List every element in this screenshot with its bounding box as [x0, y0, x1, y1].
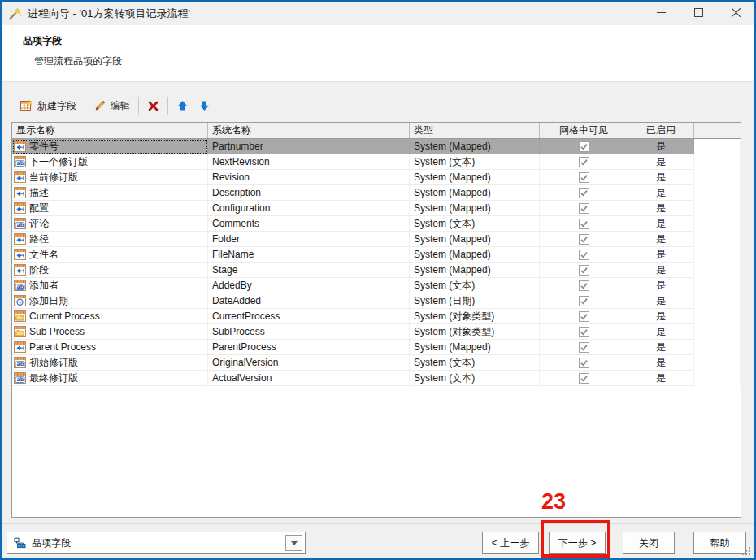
- column-header-display-name[interactable]: 显示名称: [12, 123, 208, 138]
- table-row[interactable]: Sub ProcessSubProcessSystem (对象类型)是: [12, 324, 741, 340]
- table-row[interactable]: 路径FolderSystem (Mapped)是: [12, 232, 741, 247]
- step-combobox[interactable]: 品项字段: [7, 532, 306, 554]
- table-row[interactable]: ab下一个修订版NextRevisionSystem (文本)是: [12, 154, 741, 170]
- column-header-blank: [694, 123, 741, 138]
- resize-grip[interactable]: [741, 546, 752, 557]
- table-row[interactable]: ab最终修订版ActualVersionSystem (文本)是: [12, 371, 741, 386]
- cell-display-name: ab最终修订版: [12, 371, 208, 386]
- cell-enabled: 是: [628, 185, 694, 201]
- chevron-down-icon: [291, 541, 298, 545]
- table-row[interactable]: 文件名FileNameSystem (Mapped)是: [12, 247, 741, 263]
- mapped-field-icon: [14, 141, 26, 152]
- table-row[interactable]: 阶段StageSystem (Mapped)是: [12, 263, 741, 278]
- window-title: 进程向导 - '01方案转项目记录流程': [28, 7, 190, 21]
- cell-visible: [540, 139, 628, 154]
- cell-type: System (Mapped): [410, 247, 540, 263]
- close-window-button[interactable]: [717, 2, 754, 25]
- delete-button[interactable]: [142, 98, 164, 115]
- close-icon: [732, 7, 741, 20]
- table-row[interactable]: 当前修订版RevisionSystem (Mapped)是: [12, 170, 741, 185]
- visible-checkbox[interactable]: [579, 157, 589, 167]
- table-row[interactable]: 零件号PartnumberSystem (Mapped)是: [12, 139, 741, 154]
- cell-visible: [540, 355, 628, 371]
- visible-checkbox[interactable]: [579, 234, 589, 245]
- text-field-icon: ab: [14, 280, 26, 291]
- cell-type: System (文本): [410, 278, 540, 293]
- column-header-system-name[interactable]: 系统名称: [208, 123, 410, 138]
- next-button[interactable]: 下一步 >: [549, 532, 606, 554]
- move-down-button[interactable]: [193, 97, 215, 115]
- visible-checkbox[interactable]: [579, 342, 589, 353]
- maximize-button[interactable]: [680, 2, 717, 25]
- cell-blank: [694, 170, 741, 185]
- visible-checkbox[interactable]: [579, 219, 589, 229]
- cell-visible: [540, 263, 628, 278]
- cell-system-name: Description: [208, 185, 410, 201]
- table-row[interactable]: 添加日期DateAddedSystem (日期)是: [12, 293, 741, 309]
- cell-visible: [540, 201, 628, 216]
- mapped-field-icon: [14, 233, 26, 245]
- cell-enabled: 是: [628, 247, 694, 263]
- visible-checkbox[interactable]: [579, 141, 589, 152]
- cell-enabled: 是: [628, 293, 694, 309]
- cell-enabled: 是: [628, 278, 694, 293]
- cell-display-name: 文件名: [12, 247, 208, 263]
- mapped-field-icon: [14, 249, 26, 260]
- previous-button[interactable]: < 上一步: [482, 532, 539, 554]
- new-field-icon: [20, 99, 33, 112]
- visible-checkbox[interactable]: [579, 296, 589, 306]
- visible-checkbox[interactable]: [579, 358, 589, 368]
- help-button[interactable]: 帮助: [693, 532, 746, 554]
- close-button[interactable]: 关闭: [623, 532, 675, 554]
- text-field-icon: ab: [14, 372, 26, 384]
- display-name-text: 当前修订版: [29, 170, 78, 184]
- visible-checkbox[interactable]: [579, 188, 589, 198]
- table-row[interactable]: Current ProcessCurrentProcessSystem (对象类…: [12, 309, 741, 324]
- cell-blank: [694, 247, 741, 263]
- visible-checkbox[interactable]: [579, 311, 589, 322]
- cell-blank: [694, 232, 741, 247]
- visible-checkbox[interactable]: [579, 172, 589, 183]
- table-row[interactable]: ab评论CommentsSystem (文本)是: [12, 216, 741, 232]
- minimize-icon: [657, 7, 666, 20]
- cell-visible: [540, 293, 628, 309]
- cell-type: System (Mapped): [410, 201, 540, 216]
- table-row[interactable]: ab初始修订版OriginalVersionSystem (文本)是: [12, 355, 741, 371]
- cell-display-name: 添加日期: [12, 293, 208, 309]
- move-up-button[interactable]: [172, 97, 193, 115]
- cell-blank: [694, 216, 741, 232]
- cell-system-name: SubProcess: [208, 324, 410, 340]
- cell-blank: [694, 139, 741, 154]
- minimize-button[interactable]: [642, 2, 680, 25]
- cell-system-name: AddedBy: [208, 278, 410, 293]
- combo-dropdown-button[interactable]: [285, 535, 302, 551]
- visible-checkbox[interactable]: [579, 327, 589, 337]
- visible-checkbox[interactable]: [579, 373, 589, 384]
- visible-checkbox[interactable]: [579, 265, 589, 276]
- visible-checkbox[interactable]: [579, 280, 589, 291]
- display-name-text: 添加者: [29, 278, 59, 293]
- column-header-enabled[interactable]: 已启用: [628, 123, 694, 138]
- cell-system-name: Comments: [208, 216, 410, 232]
- visible-checkbox[interactable]: [579, 250, 589, 260]
- table-row[interactable]: ab添加者AddedBySystem (文本)是: [12, 278, 741, 293]
- new-field-button[interactable]: 新建字段: [15, 97, 81, 115]
- cell-system-name: ParentProcess: [208, 340, 410, 355]
- visible-checkbox[interactable]: [579, 203, 589, 214]
- table-row[interactable]: Parent ProcessParentProcessSystem (Mappe…: [12, 340, 741, 355]
- cell-blank: [694, 185, 741, 201]
- table-row[interactable]: 描述DescriptionSystem (Mapped)是: [12, 185, 741, 201]
- cell-enabled: 是: [628, 355, 694, 371]
- column-header-visible[interactable]: 网格中可见: [540, 123, 628, 138]
- column-header-type[interactable]: 类型: [410, 123, 540, 138]
- cell-enabled: 是: [628, 170, 694, 185]
- cell-enabled: 是: [628, 139, 694, 154]
- cell-system-name: Revision: [208, 170, 410, 185]
- cell-visible: [540, 185, 628, 201]
- edit-button[interactable]: 编辑: [89, 97, 135, 115]
- table-row[interactable]: 配置ConfigurationSystem (Mapped)是: [12, 201, 741, 216]
- cell-display-name: ab评论: [12, 216, 208, 232]
- cell-display-name: Sub Process: [12, 324, 208, 340]
- titlebar: 进程向导 - '01方案转项目记录流程': [2, 2, 754, 25]
- cell-visible: [540, 324, 628, 340]
